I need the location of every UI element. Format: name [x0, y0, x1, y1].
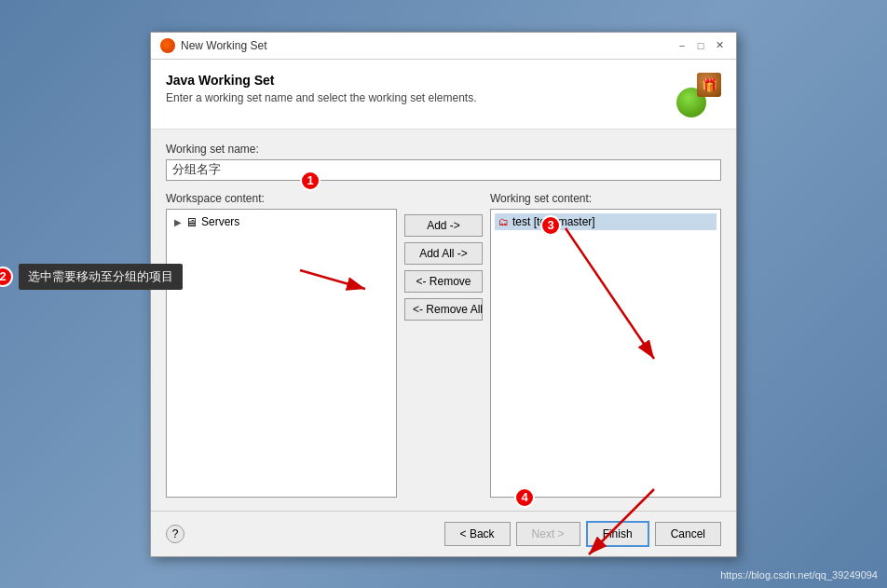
titlebar-controls[interactable]: − □ ✕ — [675, 38, 727, 53]
next-button[interactable]: Next > — [516, 522, 580, 546]
dialog-footer: ? < Back Next > Finish Cancel — [151, 511, 736, 556]
finish-button[interactable]: Finish — [586, 521, 649, 547]
workspace-content-section: Workspace content: ▶ 🖥 Servers — [166, 192, 397, 498]
titlebar-left: New Working Set — [160, 38, 266, 53]
back-button[interactable]: < Back — [444, 522, 511, 546]
maximize-button[interactable]: □ — [693, 38, 708, 53]
remove-button[interactable]: <- Remove — [404, 270, 483, 293]
workspace-tree-panel[interactable]: ▶ 🖥 Servers — [166, 209, 397, 498]
cancel-button[interactable]: Cancel — [655, 522, 721, 546]
working-set-content-label: Working set content: — [490, 192, 721, 205]
workspace-content-label: Workspace content: — [166, 192, 397, 205]
header-title: Java Working Set — [166, 73, 477, 88]
titlebar: New Working Set − □ ✕ — [151, 33, 736, 60]
header-description: Enter a working set name and select the … — [166, 91, 477, 104]
content-panel[interactable]: 🗂 test [test master] — [490, 209, 721, 498]
dialog-header: Java Working Set Enter a working set nam… — [151, 60, 736, 130]
content-item-label: test [test master] — [512, 215, 595, 228]
dialog-body: Working set name: Workspace content: ▶ 🖥… — [151, 130, 736, 511]
working-set-content-section: Working set content: 🗂 test [test master… — [490, 192, 721, 498]
folder-icon: 🖥 — [185, 215, 198, 229]
working-set-name-label: Working set name: — [166, 143, 721, 156]
working-set-name-input[interactable] — [166, 159, 721, 181]
new-working-set-dialog: New Working Set − □ ✕ Java Working Set E… — [150, 32, 737, 557]
add-button[interactable]: Add -> — [404, 214, 483, 237]
dialog-title: New Working Set — [181, 39, 266, 52]
eclipse-icon — [160, 38, 175, 53]
close-button[interactable]: ✕ — [712, 38, 727, 53]
action-buttons-column: Add -> Add All -> <- Remove <- Remove Al… — [397, 192, 490, 321]
tree-item-servers[interactable]: ▶ 🖥 Servers — [171, 213, 392, 231]
minimize-button[interactable]: − — [675, 38, 689, 53]
add-all-button[interactable]: Add All -> — [404, 242, 483, 265]
watermark: https://blog.csdn.net/qq_39249094 — [720, 569, 878, 581]
remove-all-button[interactable]: <- Remove All — [404, 298, 483, 321]
footer-left: ? — [166, 525, 184, 543]
workspace-area: Workspace content: ▶ 🖥 Servers Add -> Ad… — [166, 192, 721, 498]
tree-item-label: Servers — [201, 215, 239, 228]
help-button[interactable]: ? — [166, 525, 184, 543]
footer-right: < Back Next > Finish Cancel — [444, 521, 721, 547]
git-icon: 🗂 — [498, 216, 509, 227]
dialog-icon: 🎁 — [676, 73, 721, 117]
dialog-header-text: Java Working Set Enter a working set nam… — [166, 73, 477, 104]
gift-icon: 🎁 — [697, 73, 721, 97]
tree-expand-arrow: ▶ — [174, 217, 182, 227]
content-item-test[interactable]: 🗂 test [test master] — [495, 213, 716, 230]
